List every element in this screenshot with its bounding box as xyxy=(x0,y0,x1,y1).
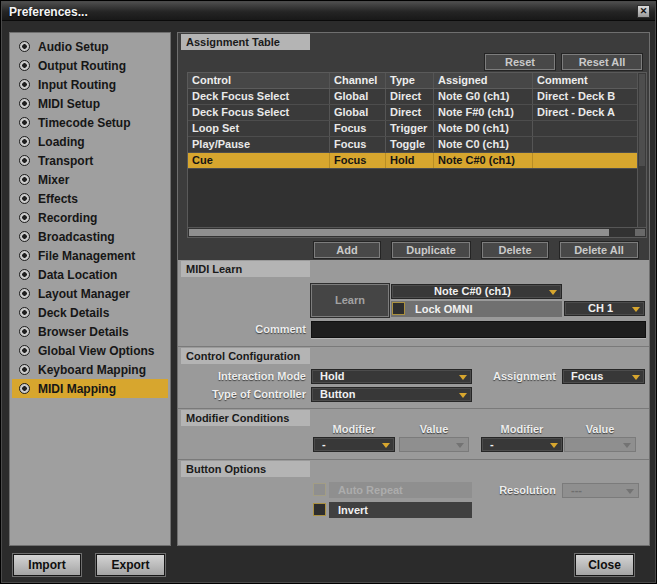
sidebar-item-output-routing[interactable]: Output Routing xyxy=(12,56,168,75)
cell-comment xyxy=(533,121,637,136)
chevron-down-icon xyxy=(550,443,558,448)
sidebar-item-broadcasting[interactable]: Broadcasting xyxy=(12,227,168,246)
midi-learn-section: MIDI Learn Learn Note C#0 (ch1) Lock OMN… xyxy=(178,260,649,346)
table-row-selected[interactable]: Cue Focus Hold Note C#0 (ch1) xyxy=(188,153,637,169)
sidebar-item-effects[interactable]: Effects xyxy=(12,189,168,208)
sidebar-item-label: MIDI Mapping xyxy=(38,382,116,396)
sidebar-item-input-routing[interactable]: Input Routing xyxy=(12,75,168,94)
sidebar-item-label: Timecode Setup xyxy=(38,116,130,130)
cell-control: Deck Focus Select xyxy=(188,105,330,120)
modifier-conditions-section: Modifier Conditions Modifier Value Modif… xyxy=(178,408,649,459)
sidebar-item-layout-manager[interactable]: Layout Manager xyxy=(12,284,168,303)
horizontal-scrollbar[interactable] xyxy=(188,227,646,237)
cell-assigned: Note G0 (ch1) xyxy=(434,89,533,104)
chevron-down-icon xyxy=(632,307,640,312)
radio-icon xyxy=(19,193,30,204)
sidebar-item-label: Audio Setup xyxy=(38,40,109,54)
sidebar-item-timecode-setup[interactable]: Timecode Setup xyxy=(12,113,168,132)
sidebar-item-loading[interactable]: Loading xyxy=(12,132,168,151)
sidebar-item-midi-mapping[interactable]: MIDI Mapping xyxy=(12,379,168,398)
sidebar-item-label: Deck Details xyxy=(38,306,109,320)
duplicate-button[interactable]: Duplicate xyxy=(392,242,470,258)
sidebar-item-audio-setup[interactable]: Audio Setup xyxy=(12,37,168,56)
interaction-mode-label: Interaction Mode xyxy=(178,369,306,384)
invert-label: Invert xyxy=(338,504,368,516)
export-button[interactable]: Export xyxy=(96,554,165,576)
interaction-mode-dropdown[interactable]: Hold xyxy=(311,369,472,384)
sidebar-item-deck-details[interactable]: Deck Details xyxy=(12,303,168,322)
import-button[interactable]: Import xyxy=(13,554,81,576)
section-header-button-options: Button Options xyxy=(181,461,310,477)
vertical-scrollbar-thumb[interactable] xyxy=(639,74,645,166)
sidebar-item-mixer[interactable]: Mixer xyxy=(12,170,168,189)
preferences-window: Preferences... ✕ Audio Setup Output Rout… xyxy=(0,0,657,584)
column-header-comment: Comment xyxy=(533,73,637,88)
reset-all-button[interactable]: Reset All xyxy=(562,54,642,70)
sidebar-item-browser-details[interactable]: Browser Details xyxy=(12,322,168,341)
table-empty-area xyxy=(188,169,637,227)
sidebar-item-label: Broadcasting xyxy=(38,230,115,244)
sidebar-item-data-location[interactable]: Data Location xyxy=(12,265,168,284)
radio-icon xyxy=(19,364,30,375)
sidebar-item-transport[interactable]: Transport xyxy=(12,151,168,170)
sidebar-item-label: Global View Options xyxy=(38,344,154,358)
delete-all-button[interactable]: Delete All xyxy=(560,242,638,258)
close-icon[interactable]: ✕ xyxy=(637,5,650,18)
modifier-2-label: Modifier xyxy=(481,422,563,437)
midi-mapping-panel: Assignment Table Reset Reset All Control… xyxy=(177,32,650,546)
radio-icon xyxy=(19,79,30,90)
radio-icon xyxy=(19,307,30,318)
sidebar-item-label: Loading xyxy=(38,135,85,149)
sidebar-item-global-view-options[interactable]: Global View Options xyxy=(12,341,168,360)
table-row[interactable]: Deck Focus Select Global Direct Note F#0… xyxy=(188,105,637,121)
sidebar-item-midi-setup[interactable]: MIDI Setup xyxy=(12,94,168,113)
midi-channel-value: CH 1 xyxy=(588,302,613,314)
value-1-dropdown xyxy=(399,437,469,452)
radio-icon xyxy=(19,326,30,337)
radio-icon xyxy=(19,212,30,223)
sidebar-item-label: Mixer xyxy=(38,173,69,187)
cell-assigned: Note D0 (ch1) xyxy=(434,121,533,136)
invert-checkbox[interactable] xyxy=(313,503,326,516)
chevron-down-icon xyxy=(623,443,631,448)
table-row[interactable]: Deck Focus Select Global Direct Note G0 … xyxy=(188,89,637,105)
table-row[interactable]: Play/Pause Focus Toggle Note C0 (ch1) xyxy=(188,137,637,153)
chevron-down-icon xyxy=(459,375,467,380)
horizontal-scrollbar-thumb[interactable] xyxy=(189,229,609,236)
type-of-controller-label: Type of Controller xyxy=(178,387,306,402)
chevron-down-icon xyxy=(456,443,464,448)
sidebar-item-label: Output Routing xyxy=(38,59,126,73)
delete-button[interactable]: Delete xyxy=(482,242,548,258)
radio-icon xyxy=(19,60,30,71)
radio-icon xyxy=(19,288,30,299)
window-title: Preferences... xyxy=(9,5,88,19)
radio-icon xyxy=(19,250,30,261)
sidebar-item-label: Keyboard Mapping xyxy=(38,363,146,377)
assignment-dropdown[interactable]: Focus xyxy=(562,369,645,384)
midi-note-value: Note C#0 (ch1) xyxy=(434,285,511,297)
comment-input[interactable] xyxy=(311,321,646,338)
table-row[interactable]: Loop Set Focus Trigger Note D0 (ch1) xyxy=(188,121,637,137)
midi-channel-dropdown[interactable]: CH 1 xyxy=(564,301,645,316)
assignment-value: Focus xyxy=(571,370,603,382)
sidebar-item-label: MIDI Setup xyxy=(38,97,100,111)
auto-repeat-checkbox xyxy=(313,483,326,496)
sidebar-item-label: File Management xyxy=(38,249,135,263)
lock-omni-checkbox[interactable] xyxy=(392,302,405,315)
type-of-controller-dropdown[interactable]: Button xyxy=(311,387,472,402)
learn-button[interactable]: Learn xyxy=(311,284,389,317)
modifier-1-dropdown[interactable]: - xyxy=(313,437,395,452)
vertical-scrollbar[interactable] xyxy=(637,73,646,227)
sidebar-item-keyboard-mapping[interactable]: Keyboard Mapping xyxy=(12,360,168,379)
modifier-2-dropdown[interactable]: - xyxy=(481,437,563,452)
control-configuration-section: Control Configuration Interaction Mode H… xyxy=(178,346,649,408)
reset-button[interactable]: Reset xyxy=(485,54,555,70)
add-button[interactable]: Add xyxy=(314,242,380,258)
midi-note-dropdown[interactable]: Note C#0 (ch1) xyxy=(391,284,562,299)
sidebar-item-label: Input Routing xyxy=(38,78,116,92)
close-button[interactable]: Close xyxy=(575,554,634,576)
chevron-down-icon xyxy=(626,489,634,494)
section-header-midi-learn: MIDI Learn xyxy=(181,261,310,277)
sidebar-item-recording[interactable]: Recording xyxy=(12,208,168,227)
sidebar-item-file-management[interactable]: File Management xyxy=(12,246,168,265)
